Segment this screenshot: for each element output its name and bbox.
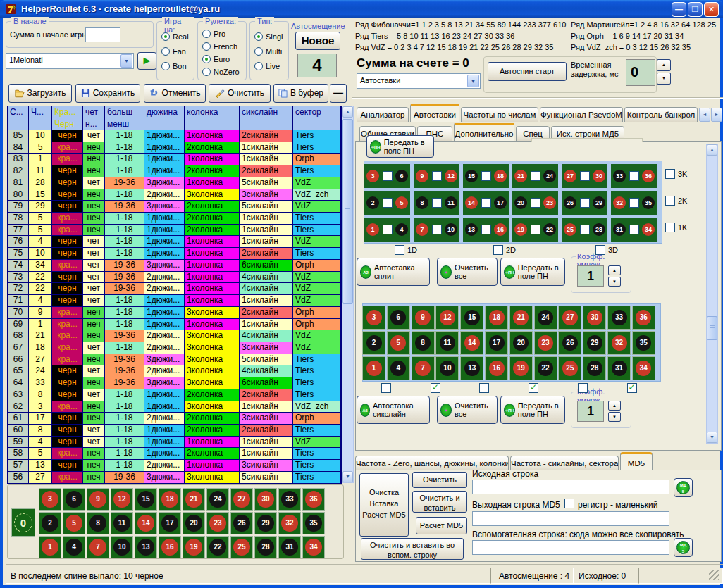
- md5-clear-paste-aux-button[interactable]: Очистить и вставить во вспом. строку: [361, 538, 464, 560]
- board-cell-17[interactable]: 17: [159, 512, 181, 534]
- header-cell[interactable]: сикслайн: [240, 106, 293, 118]
- radio-live[interactable]: Live: [250, 58, 288, 73]
- md5-source-input[interactable]: [472, 480, 669, 494]
- k-checkbox-1K[interactable]: 1K: [665, 223, 687, 232]
- six-cell-29[interactable]: 29: [583, 331, 606, 355]
- undo-button[interactable]: Отменить: [144, 84, 206, 103]
- main-tab-2[interactable]: Автоставки: [410, 104, 459, 122]
- six-cell-11[interactable]: 11: [435, 331, 459, 355]
- autostake-sixline-button[interactable]: A6 Автоставка сикслайн: [357, 396, 430, 424]
- table-row[interactable]: 5713черннеч1-182дюжи...1колонка3сиклайнT…: [8, 460, 341, 472]
- autospin-start-button[interactable]: Автоспин старт: [488, 62, 567, 81]
- six-cell-36[interactable]: 36: [632, 306, 655, 330]
- six-cell-33[interactable]: 33: [607, 306, 631, 330]
- d-checkbox-1D[interactable]: 1D: [395, 245, 417, 255]
- board-cell-2[interactable]: 2: [39, 512, 61, 534]
- radio-nozero[interactable]: NoZero: [198, 65, 246, 78]
- md5-calc-button[interactable]: Расчет MD5: [416, 517, 467, 534]
- six-cell-27[interactable]: 27: [558, 306, 581, 330]
- titlebar[interactable]: HelperRoullet 6.3 - create helperroullet…: [0, 0, 723, 18]
- table-row[interactable]: 623кра...неч1-181дюжи...3колонка1сиклайн…: [8, 401, 341, 413]
- sixline-checkbox-5[interactable]: [578, 383, 588, 393]
- split-checkbox[interactable]: [531, 198, 540, 208]
- minimize-button[interactable]: —: [672, 2, 686, 17]
- checkbox[interactable]: [493, 245, 503, 255]
- board-cell-33[interactable]: 33: [278, 488, 301, 511]
- six-cell-21[interactable]: 21: [509, 306, 533, 330]
- board-cell-3[interactable]: 3: [39, 488, 61, 511]
- six-cell-30[interactable]: 30: [583, 306, 606, 330]
- six-cell-13[interactable]: 13: [460, 356, 483, 380]
- collapse-button[interactable]: —: [330, 84, 347, 103]
- sixline-checkbox-2[interactable]: [431, 383, 440, 393]
- delay-down-icon[interactable]: ▼: [657, 73, 671, 85]
- table-row[interactable]: 8510чернчет1-181дюжи...1колонка2сиклайнT…: [8, 130, 341, 142]
- six-cell-16[interactable]: 16: [485, 356, 508, 380]
- six-cell-23[interactable]: 23: [534, 331, 557, 355]
- header-cell[interactable]: [144, 118, 185, 130]
- board-cell-28[interactable]: 28: [254, 536, 277, 558]
- six-cell-28[interactable]: 28: [583, 356, 606, 380]
- board-cell-26[interactable]: 26: [230, 512, 253, 534]
- autostake-split-button[interactable]: A2 Автоставка сплит: [357, 258, 430, 286]
- radio-euro[interactable]: Euro: [198, 53, 246, 65]
- radio-singl[interactable]: Singl: [250, 29, 288, 44]
- table-row[interactable]: 6117черннеч1-182дюжи...2колонка3сиклайнO…: [8, 413, 341, 425]
- table-row[interactable]: 6627кра...неч19-363дюжи...3колонка5сикла…: [8, 354, 341, 366]
- tabs-scroll-right-icon[interactable]: ►: [711, 108, 722, 122]
- board-cell-4[interactable]: 4: [63, 536, 85, 558]
- radio-real[interactable]: Real: [157, 29, 194, 44]
- table-row[interactable]: 775кра...неч1-181дюжи...2колонка1сиклайн…: [8, 225, 341, 237]
- table-row[interactable]: 585кра...неч1-181дюжи...2колонка1сиклайн…: [8, 448, 341, 460]
- table-row[interactable]: 7222чернчет19-362дюжи...1колонка4сиклайн…: [8, 283, 341, 295]
- table-row[interactable]: 6718кра...чет1-182дюжи...3колонка3сиклай…: [8, 342, 341, 354]
- tabs-scroll-left-icon[interactable]: ◄: [699, 108, 710, 122]
- board-cell-27[interactable]: 27: [230, 488, 253, 511]
- six-cell-12[interactable]: 12: [435, 306, 459, 330]
- board-cell-34[interactable]: 34: [302, 536, 325, 558]
- board-cell-19[interactable]: 19: [183, 536, 205, 558]
- header-cell[interactable]: [8, 118, 29, 130]
- md5-out-input[interactable]: [472, 511, 669, 526]
- six-cell-31[interactable]: 31: [607, 356, 631, 380]
- split-checkbox[interactable]: [383, 198, 393, 208]
- scroll-down-icon[interactable]: ▼: [342, 471, 353, 482]
- clear-all-button-1[interactable]: ✦ Очистить все: [437, 258, 498, 286]
- load-button[interactable]: Загрузить: [8, 84, 72, 103]
- header-cell[interactable]: [240, 118, 293, 130]
- six-cell-7[interactable]: 7: [412, 356, 435, 380]
- main-tab-4[interactable]: Функционал PsevdoMS: [540, 107, 623, 122]
- six-cell-10[interactable]: 10: [435, 356, 459, 380]
- radio-pro[interactable]: Pro: [198, 27, 246, 40]
- table-row[interactable]: 714чернчет1-181дюжи...1колонка1сиклайнVd…: [8, 295, 341, 307]
- six-cell-4[interactable]: 4: [387, 356, 410, 380]
- board-cell-12[interactable]: 12: [111, 488, 133, 511]
- transfer-top-button[interactable]: ➔ПН Передать в поле ПН: [366, 135, 434, 158]
- header-cell[interactable]: Черн: [52, 118, 83, 130]
- board-cell-16[interactable]: 16: [159, 536, 181, 558]
- md5-aux-input[interactable]: [472, 540, 669, 555]
- split-checkbox[interactable]: [432, 171, 442, 181]
- radio-dot[interactable]: [202, 68, 211, 76]
- radio-dot[interactable]: [254, 47, 263, 56]
- coeff-up-icon[interactable]: ▲: [608, 265, 621, 275]
- k-checkbox-3K[interactable]: 3K: [665, 169, 687, 179]
- table-row[interactable]: 6524чернчет19-362дюжи...3колонка4сиклайн…: [8, 365, 341, 377]
- header-cell[interactable]: [293, 118, 341, 130]
- table-row[interactable]: 764чернчет1-181дюжи...1колонка1сиклайнVd…: [8, 236, 341, 248]
- split-checkbox[interactable]: [629, 198, 639, 208]
- table-row[interactable]: 6821кра...неч19-362дюжи...3колонка4сикла…: [8, 330, 341, 342]
- six-cell-20[interactable]: 20: [509, 331, 533, 355]
- checkbox[interactable]: [665, 169, 675, 179]
- board-cell-8[interactable]: 8: [87, 512, 109, 534]
- board-cell-30[interactable]: 30: [254, 488, 277, 511]
- header-cell[interactable]: н...: [83, 118, 105, 130]
- panel-scrollbar-thumb[interactable]: [707, 316, 717, 340]
- six-cell-34[interactable]: 34: [632, 356, 655, 380]
- chevron-down-icon[interactable]: ▼: [121, 54, 132, 68]
- table-row[interactable]: 7510чернчет1-181дюжи...1колонка2сиклайнT…: [8, 248, 341, 260]
- six-cell-25[interactable]: 25: [558, 356, 581, 380]
- six-cell-26[interactable]: 26: [558, 331, 581, 355]
- md5-calc-icon-button[interactable]: МД5: [674, 478, 693, 497]
- board-cell-15[interactable]: 15: [135, 488, 157, 511]
